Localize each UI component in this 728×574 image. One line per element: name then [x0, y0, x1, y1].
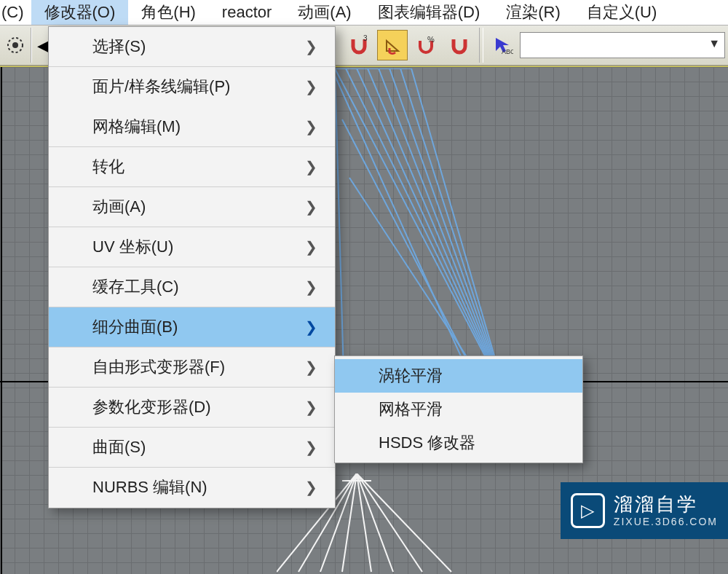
snap-percent-icon[interactable]: % — [411, 30, 441, 60]
submenu-item-hsds[interactable]: HSDS 修改器 — [335, 426, 582, 460]
chevron-right-icon: ❯ — [305, 439, 317, 456]
submenu-item-label: HSDS 修改器 — [379, 433, 475, 452]
watermark-url: ZIXUE.3D66.COM — [614, 516, 718, 528]
menubar-item-partial[interactable]: (C) — [0, 0, 31, 25]
chevron-right-icon: ❯ — [305, 78, 317, 95]
menu-item-label: 参数化变形器(D) — [92, 396, 211, 418]
submenu-item-label: 网格平滑 — [379, 400, 443, 418]
svg-text:3: 3 — [363, 35, 368, 42]
menu-item-label: 动画(A) — [92, 196, 146, 218]
chevron-right-icon: ❯ — [305, 118, 317, 135]
chevron-right-icon: ❯ — [305, 358, 317, 376]
svg-point-22 — [12, 42, 18, 48]
menu-item-label: 转化 — [92, 156, 124, 178]
menu-item-uv-coords[interactable]: UV 坐标(U) ❯ — [49, 227, 335, 267]
menu-item-label: 细分曲面(B) — [92, 316, 178, 338]
snap-magnet-icon[interactable]: 3 — [344, 30, 374, 60]
menu-item-subdivision-surfaces[interactable]: 细分曲面(B) ❯ — [49, 307, 335, 347]
menu-item-parametric-deformers[interactable]: 参数化变形器(D) ❯ — [49, 388, 335, 428]
menu-item-label: 面片/样条线编辑(P) — [92, 76, 230, 98]
snap-spinner-icon[interactable] — [444, 30, 475, 60]
menu-item-nurbs-editing[interactable]: NURBS 编辑(N) ❯ — [49, 468, 335, 508]
menu-item-label: NURBS 编辑(N) — [92, 476, 207, 498]
submenu-item-meshsmooth[interactable]: 网格平滑 — [335, 393, 582, 426]
menubar: (C) 修改器(O) 角色(H) reactor 动画(A) 图表编辑器(D) … — [0, 0, 728, 25]
menu-item-label: 自由形式变形器(F) — [92, 356, 225, 378]
menu-item-surface[interactable]: 曲面(S) ❯ — [49, 428, 335, 468]
menu-item-label: 缓存工具(C) — [92, 276, 179, 298]
menu-item-label: 网格编辑(M) — [92, 116, 181, 138]
menu-item-label: UV 坐标(U) — [92, 236, 173, 258]
svg-text:%: % — [427, 35, 435, 44]
toolbar-separator — [31, 28, 32, 63]
snap-angle-icon[interactable] — [377, 30, 408, 60]
watermark-title: 溜溜自学 — [614, 493, 718, 516]
chevron-right-icon: ❯ — [305, 318, 317, 336]
menu-item-cache-tools[interactable]: 缓存工具(C) ❯ — [49, 267, 335, 307]
modifiers-dropdown: 选择(S) ❯ 面片/样条线编辑(P) ❯ 网格编辑(M) ❯ 转化 ❯ 动画(… — [48, 26, 336, 508]
watermark: ▷ 溜溜自学 ZIXUE.3D66.COM — [561, 482, 728, 539]
play-icon: ▷ — [571, 493, 605, 528]
menubar-item-reactor[interactable]: reactor — [209, 0, 285, 25]
menubar-item-character[interactable]: 角色(H) — [128, 0, 209, 25]
menubar-item-animation[interactable]: 动画(A) — [285, 0, 364, 25]
snap-toggle-icon[interactable] — [4, 30, 26, 60]
submenu-item-turbosmooth[interactable]: 涡轮平滑 — [335, 359, 582, 393]
chevron-right-icon: ❯ — [305, 198, 317, 216]
menubar-item-graph-editors[interactable]: 图表编辑器(D) — [365, 0, 494, 25]
submenu-item-label: 涡轮平滑 — [379, 366, 443, 385]
filter-dropdown[interactable] — [520, 32, 725, 58]
menubar-item-modifiers[interactable]: 修改器(O) — [31, 0, 129, 25]
menu-item-animation[interactable]: 动画(A) ❯ — [49, 187, 335, 227]
chevron-right-icon: ❯ — [305, 158, 317, 176]
chevron-right-icon: ❯ — [305, 398, 317, 416]
menu-item-conversion[interactable]: 转化 ❯ — [49, 147, 335, 187]
chevron-right-icon: ❯ — [305, 278, 317, 296]
select-by-name-icon[interactable]: ABC — [488, 30, 518, 60]
menu-item-selection[interactable]: 选择(S) ❯ — [49, 27, 335, 67]
toolbar-separator — [479, 28, 483, 63]
menubar-item-rendering[interactable]: 渲染(R) — [493, 0, 574, 25]
menu-item-patch-spline[interactable]: 面片/样条线编辑(P) ❯ — [49, 67, 335, 107]
chevron-right-icon: ❯ — [305, 479, 317, 496]
menubar-item-customize[interactable]: 自定义(U) — [574, 0, 670, 25]
chevron-right-icon: ❯ — [305, 38, 317, 55]
menu-item-label: 选择(S) — [92, 36, 146, 58]
subdivision-submenu: 涡轮平滑 网格平滑 HSDS 修改器 — [334, 355, 583, 463]
chevron-right-icon: ❯ — [305, 238, 317, 256]
axis-vertical — [1, 67, 2, 574]
menu-item-free-form-deformers[interactable]: 自由形式变形器(F) ❯ — [49, 347, 335, 388]
svg-text:ABC: ABC — [502, 48, 513, 55]
menu-item-mesh-editing[interactable]: 网格编辑(M) ❯ — [49, 107, 335, 147]
menu-item-label: 曲面(S) — [92, 436, 146, 458]
